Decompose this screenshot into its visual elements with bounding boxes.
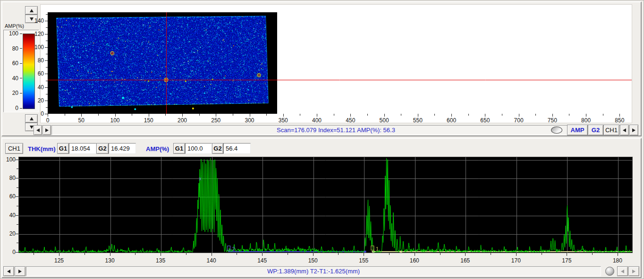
ascan-y-tick (17, 243, 18, 243)
thk-group-label: THK(mm) (28, 145, 56, 152)
cscan-y-tick-label: 100 (30, 44, 44, 51)
ascan-nav-left-button[interactable] (617, 266, 628, 276)
channel-button[interactable]: CH1 (5, 143, 23, 154)
cscan-x-tick (519, 114, 519, 117)
cscan-x-tick-label: 350 (279, 117, 288, 124)
colorbar-tick-label: 20 (4, 90, 18, 96)
cscan-scroll-left-button[interactable] (34, 125, 42, 135)
ascan-status-bar: WP:1.389(mm) T2-T1:-1.625(mm) (26, 266, 601, 276)
thk-g2-value-field[interactable]: 16.429 (109, 143, 136, 154)
colorbar-tick-mark (20, 93, 22, 93)
cscan-x-tick (132, 114, 132, 116)
ascan-y-tick (17, 187, 18, 188)
ascan-canvas[interactable] (18, 157, 633, 253)
cscan-x-tick-label: 700 (514, 117, 524, 124)
ball-indicator-icon (605, 267, 614, 276)
ascan-x-tick (491, 253, 491, 255)
cscan-x-tick (182, 114, 183, 117)
ascan-x-tick (212, 253, 212, 256)
right-arrow-icon (18, 270, 22, 273)
ascan-x-tick (542, 253, 542, 255)
tab-scroll-right-button[interactable] (629, 125, 638, 135)
cscan-x-tick (149, 114, 149, 117)
cscan-x-tick (81, 114, 82, 117)
cscan-x-tick-label: 400 (312, 117, 322, 124)
cscan-canvas[interactable] (48, 12, 632, 114)
cscan-x-tick (468, 114, 469, 116)
ascan-y-tick (16, 160, 18, 160)
cscan-status-bar: Scan=176.079 Index=51.121 AMP(%): 56.3 (51, 125, 620, 135)
cscan-x-tick-label: 250 (211, 117, 220, 124)
ascan-y-tick-label: 40 (1, 212, 16, 219)
tab-amp[interactable]: AMP (567, 125, 588, 135)
cscan-x-tick-label: 750 (548, 117, 557, 124)
cscan-x-tick (552, 114, 553, 117)
left-arrow-icon (621, 270, 624, 273)
ascan-x-tick (465, 253, 466, 256)
ascan-x-tick (59, 253, 59, 256)
ascan-scroll-right-button[interactable] (15, 266, 25, 276)
ascan-x-tick-label: 165 (460, 257, 470, 264)
cscan-y-tick (46, 107, 48, 108)
cscan-y-tick (45, 21, 48, 21)
cscan-x-tick (350, 114, 351, 117)
amp-g1-value-field[interactable]: 100.0 (185, 143, 212, 154)
colorbar-tick-mark (20, 48, 22, 49)
cscan-x-tick (434, 114, 435, 116)
cscan-x-tick (535, 114, 536, 116)
ascan-x-tick-label: 125 (54, 257, 64, 264)
ascan-nav-right-button[interactable] (628, 266, 639, 276)
cscan-x-tick-label: 0 (46, 117, 50, 124)
ascan-y-tick (16, 178, 18, 178)
cscan-x-tick-label: 300 (245, 117, 254, 124)
ascan-x-tick-label: 150 (308, 257, 318, 264)
cscan-y-tick-label: 0 (30, 110, 44, 117)
ascan-x-tick (338, 253, 339, 255)
colorbar-title: AMP(%) (5, 23, 24, 29)
amp-g2-button[interactable]: G2 (212, 143, 223, 154)
cscan-scroll-right-button[interactable] (42, 125, 51, 135)
ascan-y-tick (16, 215, 18, 216)
ascan-x-tick-label: 155 (359, 257, 368, 264)
ascan-x-tick (618, 253, 618, 256)
cscan-x-tick-label: 550 (413, 117, 423, 124)
ascan-x-tick-label: 130 (105, 257, 115, 264)
cscan-x-tick-label: 450 (346, 117, 355, 124)
thk-g1-button[interactable]: G1 (57, 143, 69, 154)
cscan-y-tick (45, 60, 48, 61)
colorbar-tick-label: 60 (4, 60, 18, 67)
cscan-y-tick (46, 14, 48, 15)
cscan-y-tick (45, 47, 48, 48)
ascan-x-tick (110, 253, 110, 256)
ascan-x-tick (313, 253, 314, 256)
cscan-x-tick (250, 114, 250, 117)
tab-g2[interactable]: G2 (588, 125, 603, 135)
ascan-scroll-left-button[interactable] (3, 266, 14, 276)
cscan-x-tick-label: 100 (110, 117, 119, 124)
cscan-x-tick (569, 114, 569, 116)
ascan-x-tick-label: 160 (410, 257, 419, 264)
cscan-y-tick (46, 54, 48, 54)
cscan-x-tick (334, 114, 334, 116)
ascan-y-tick (17, 224, 18, 225)
ascan-y-tick (16, 196, 18, 197)
tab-ch1[interactable]: CH1 (603, 125, 619, 135)
palette-max-up-button[interactable] (25, 6, 38, 15)
thk-g2-button[interactable]: G2 (96, 143, 109, 154)
right-arrow-icon (632, 128, 636, 132)
colorbar-tick-label: 40 (4, 75, 18, 82)
ascan-x-tick (161, 253, 161, 256)
ascan-status-text: WP:1.389(mm) T2-T1:-1.625(mm) (267, 268, 360, 275)
tab-scroll-left-button[interactable] (620, 125, 629, 135)
cscan-y-tick (45, 114, 48, 114)
ascan-x-tick (186, 253, 186, 255)
cscan-x-tick (485, 114, 485, 117)
thk-g1-value-field[interactable]: 18.054 (69, 143, 96, 154)
amp-g1-button[interactable]: G1 (173, 143, 185, 154)
cscan-x-tick (98, 114, 99, 116)
cscan-y-tick (45, 101, 48, 101)
amp-g2-value-field[interactable]: 56.4 (223, 143, 251, 154)
cscan-y-tick (46, 81, 48, 81)
cscan-y-tick (46, 94, 48, 94)
ut-inspection-app-window: AMP(%) Scan=176.079 Index=51.121 AMP(%):… (0, 0, 644, 279)
